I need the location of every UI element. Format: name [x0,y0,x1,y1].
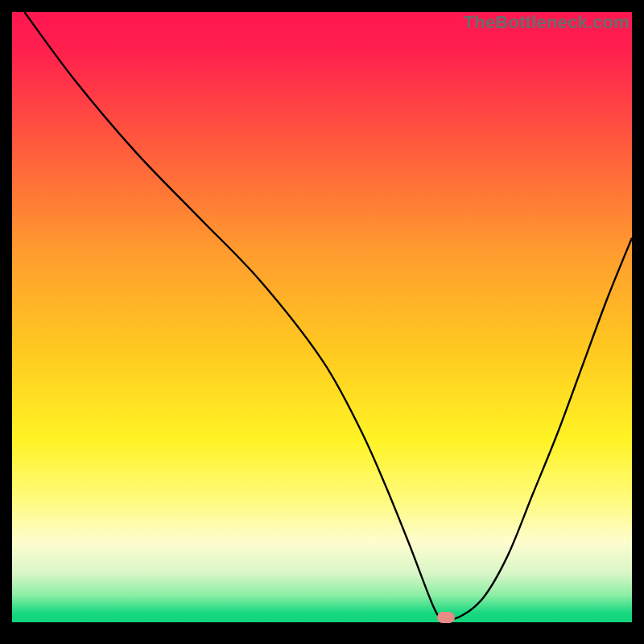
optimal-point-marker [437,612,455,623]
bottleneck-curve [24,12,632,619]
watermark: TheBottleneck.com [464,12,630,33]
plot-curve-layer [0,0,644,644]
plot-border [632,0,644,644]
plot-border [0,622,644,644]
plot-border [0,0,644,12]
plot-border [0,0,12,644]
